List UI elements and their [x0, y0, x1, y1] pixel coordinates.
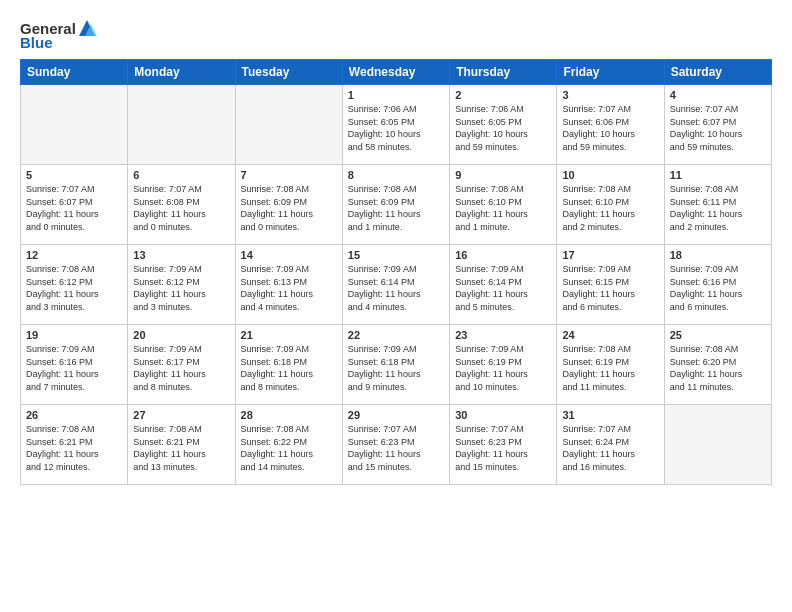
- calendar-header-row: SundayMondayTuesdayWednesdayThursdayFrid…: [21, 60, 772, 85]
- day-number: 18: [670, 249, 766, 261]
- day-info: Sunrise: 7:06 AM Sunset: 6:05 PM Dayligh…: [348, 103, 444, 153]
- day-info: Sunrise: 7:09 AM Sunset: 6:18 PM Dayligh…: [241, 343, 337, 393]
- calendar-header-saturday: Saturday: [664, 60, 771, 85]
- calendar-cell: 12Sunrise: 7:08 AM Sunset: 6:12 PM Dayli…: [21, 245, 128, 325]
- day-info: Sunrise: 7:07 AM Sunset: 6:07 PM Dayligh…: [26, 183, 122, 233]
- day-number: 25: [670, 329, 766, 341]
- day-info: Sunrise: 7:08 AM Sunset: 6:09 PM Dayligh…: [348, 183, 444, 233]
- day-number: 5: [26, 169, 122, 181]
- calendar-cell: 4Sunrise: 7:07 AM Sunset: 6:07 PM Daylig…: [664, 85, 771, 165]
- calendar-cell: 27Sunrise: 7:08 AM Sunset: 6:21 PM Dayli…: [128, 405, 235, 485]
- day-number: 16: [455, 249, 551, 261]
- day-number: 3: [562, 89, 658, 101]
- day-number: 20: [133, 329, 229, 341]
- day-info: Sunrise: 7:08 AM Sunset: 6:21 PM Dayligh…: [26, 423, 122, 473]
- page: General Blue SundayMondayTuesdayWednesda…: [0, 0, 792, 612]
- day-info: Sunrise: 7:08 AM Sunset: 6:22 PM Dayligh…: [241, 423, 337, 473]
- calendar-week-3: 19Sunrise: 7:09 AM Sunset: 6:16 PM Dayli…: [21, 325, 772, 405]
- calendar-week-0: 1Sunrise: 7:06 AM Sunset: 6:05 PM Daylig…: [21, 85, 772, 165]
- day-info: Sunrise: 7:07 AM Sunset: 6:07 PM Dayligh…: [670, 103, 766, 153]
- calendar-cell: 6Sunrise: 7:07 AM Sunset: 6:08 PM Daylig…: [128, 165, 235, 245]
- calendar-cell: [235, 85, 342, 165]
- day-info: Sunrise: 7:08 AM Sunset: 6:12 PM Dayligh…: [26, 263, 122, 313]
- calendar-cell: 13Sunrise: 7:09 AM Sunset: 6:12 PM Dayli…: [128, 245, 235, 325]
- day-info: Sunrise: 7:09 AM Sunset: 6:14 PM Dayligh…: [348, 263, 444, 313]
- day-number: 15: [348, 249, 444, 261]
- day-info: Sunrise: 7:09 AM Sunset: 6:14 PM Dayligh…: [455, 263, 551, 313]
- calendar-cell: [21, 85, 128, 165]
- day-number: 26: [26, 409, 122, 421]
- day-number: 28: [241, 409, 337, 421]
- day-info: Sunrise: 7:07 AM Sunset: 6:23 PM Dayligh…: [348, 423, 444, 473]
- calendar-week-1: 5Sunrise: 7:07 AM Sunset: 6:07 PM Daylig…: [21, 165, 772, 245]
- day-number: 31: [562, 409, 658, 421]
- calendar-cell: 20Sunrise: 7:09 AM Sunset: 6:17 PM Dayli…: [128, 325, 235, 405]
- calendar-header-sunday: Sunday: [21, 60, 128, 85]
- calendar-week-4: 26Sunrise: 7:08 AM Sunset: 6:21 PM Dayli…: [21, 405, 772, 485]
- day-number: 7: [241, 169, 337, 181]
- calendar-cell: 31Sunrise: 7:07 AM Sunset: 6:24 PM Dayli…: [557, 405, 664, 485]
- day-info: Sunrise: 7:08 AM Sunset: 6:19 PM Dayligh…: [562, 343, 658, 393]
- day-info: Sunrise: 7:09 AM Sunset: 6:16 PM Dayligh…: [670, 263, 766, 313]
- day-number: 2: [455, 89, 551, 101]
- day-info: Sunrise: 7:08 AM Sunset: 6:21 PM Dayligh…: [133, 423, 229, 473]
- day-info: Sunrise: 7:09 AM Sunset: 6:19 PM Dayligh…: [455, 343, 551, 393]
- day-info: Sunrise: 7:08 AM Sunset: 6:11 PM Dayligh…: [670, 183, 766, 233]
- day-info: Sunrise: 7:08 AM Sunset: 6:20 PM Dayligh…: [670, 343, 766, 393]
- day-number: 27: [133, 409, 229, 421]
- calendar-cell: 7Sunrise: 7:08 AM Sunset: 6:09 PM Daylig…: [235, 165, 342, 245]
- calendar-cell: 19Sunrise: 7:09 AM Sunset: 6:16 PM Dayli…: [21, 325, 128, 405]
- day-number: 14: [241, 249, 337, 261]
- day-info: Sunrise: 7:09 AM Sunset: 6:16 PM Dayligh…: [26, 343, 122, 393]
- day-number: 19: [26, 329, 122, 341]
- day-number: 17: [562, 249, 658, 261]
- day-info: Sunrise: 7:07 AM Sunset: 6:23 PM Dayligh…: [455, 423, 551, 473]
- day-info: Sunrise: 7:06 AM Sunset: 6:05 PM Dayligh…: [455, 103, 551, 153]
- calendar-cell: 22Sunrise: 7:09 AM Sunset: 6:18 PM Dayli…: [342, 325, 449, 405]
- day-number: 1: [348, 89, 444, 101]
- calendar-cell: 24Sunrise: 7:08 AM Sunset: 6:19 PM Dayli…: [557, 325, 664, 405]
- day-info: Sunrise: 7:08 AM Sunset: 6:09 PM Dayligh…: [241, 183, 337, 233]
- day-info: Sunrise: 7:09 AM Sunset: 6:15 PM Dayligh…: [562, 263, 658, 313]
- calendar-cell: [664, 405, 771, 485]
- calendar-cell: [128, 85, 235, 165]
- calendar-cell: 8Sunrise: 7:08 AM Sunset: 6:09 PM Daylig…: [342, 165, 449, 245]
- calendar-header-monday: Monday: [128, 60, 235, 85]
- calendar-cell: 1Sunrise: 7:06 AM Sunset: 6:05 PM Daylig…: [342, 85, 449, 165]
- day-number: 21: [241, 329, 337, 341]
- header: General Blue: [20, 18, 772, 51]
- calendar-cell: 17Sunrise: 7:09 AM Sunset: 6:15 PM Dayli…: [557, 245, 664, 325]
- day-number: 10: [562, 169, 658, 181]
- calendar-header-friday: Friday: [557, 60, 664, 85]
- day-info: Sunrise: 7:09 AM Sunset: 6:13 PM Dayligh…: [241, 263, 337, 313]
- day-number: 12: [26, 249, 122, 261]
- calendar-cell: 15Sunrise: 7:09 AM Sunset: 6:14 PM Dayli…: [342, 245, 449, 325]
- calendar-cell: 21Sunrise: 7:09 AM Sunset: 6:18 PM Dayli…: [235, 325, 342, 405]
- day-number: 9: [455, 169, 551, 181]
- calendar-cell: 14Sunrise: 7:09 AM Sunset: 6:13 PM Dayli…: [235, 245, 342, 325]
- calendar-cell: 3Sunrise: 7:07 AM Sunset: 6:06 PM Daylig…: [557, 85, 664, 165]
- day-info: Sunrise: 7:07 AM Sunset: 6:08 PM Dayligh…: [133, 183, 229, 233]
- day-number: 8: [348, 169, 444, 181]
- day-info: Sunrise: 7:09 AM Sunset: 6:12 PM Dayligh…: [133, 263, 229, 313]
- day-number: 6: [133, 169, 229, 181]
- calendar-cell: 23Sunrise: 7:09 AM Sunset: 6:19 PM Dayli…: [450, 325, 557, 405]
- day-number: 24: [562, 329, 658, 341]
- day-info: Sunrise: 7:09 AM Sunset: 6:17 PM Dayligh…: [133, 343, 229, 393]
- calendar-cell: 30Sunrise: 7:07 AM Sunset: 6:23 PM Dayli…: [450, 405, 557, 485]
- logo-icon: [77, 18, 97, 38]
- calendar-cell: 28Sunrise: 7:08 AM Sunset: 6:22 PM Dayli…: [235, 405, 342, 485]
- calendar-header-tuesday: Tuesday: [235, 60, 342, 85]
- day-number: 4: [670, 89, 766, 101]
- calendar-cell: 26Sunrise: 7:08 AM Sunset: 6:21 PM Dayli…: [21, 405, 128, 485]
- logo: General Blue: [20, 18, 98, 51]
- calendar-cell: 9Sunrise: 7:08 AM Sunset: 6:10 PM Daylig…: [450, 165, 557, 245]
- calendar-header-wednesday: Wednesday: [342, 60, 449, 85]
- day-number: 23: [455, 329, 551, 341]
- day-number: 13: [133, 249, 229, 261]
- day-number: 11: [670, 169, 766, 181]
- calendar-cell: 16Sunrise: 7:09 AM Sunset: 6:14 PM Dayli…: [450, 245, 557, 325]
- day-info: Sunrise: 7:07 AM Sunset: 6:06 PM Dayligh…: [562, 103, 658, 153]
- day-info: Sunrise: 7:08 AM Sunset: 6:10 PM Dayligh…: [455, 183, 551, 233]
- calendar-header-thursday: Thursday: [450, 60, 557, 85]
